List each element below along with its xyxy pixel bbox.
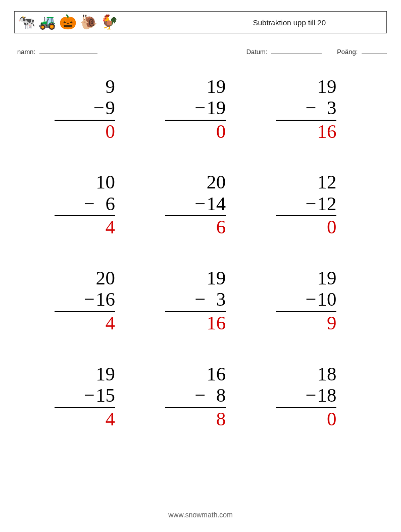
subtrahend-row: − 3 (165, 288, 226, 312)
subtrahend-row: − 6 (55, 193, 115, 217)
name-field: namn: (14, 46, 97, 56)
answer: 0 (276, 408, 336, 430)
problem: 19 − 3 16 (140, 267, 250, 334)
answer: 8 (165, 408, 226, 430)
cow-icon: 🐄 (18, 15, 35, 29)
minus-icon: − (194, 288, 207, 310)
subtrahend: 15 (96, 384, 115, 406)
subtrahend: 19 (207, 97, 226, 118)
minuend: 10 (55, 171, 115, 193)
answer: 0 (55, 121, 115, 142)
subtrahend-row: −9 (55, 97, 115, 121)
rooster-icon: 🐓 (101, 15, 118, 29)
date-blank[interactable] (271, 46, 322, 54)
minuend: 19 (165, 267, 226, 289)
score-label: Poäng: (337, 48, 358, 56)
subtrahend: 18 (317, 384, 336, 406)
minuend: 19 (55, 363, 115, 385)
problem: 9 −9 0 (29, 76, 140, 142)
minus-icon: − (306, 193, 318, 215)
problem: 20 −14 6 (140, 171, 250, 238)
minuend: 20 (165, 171, 226, 193)
minuend: 20 (55, 267, 115, 289)
subtrahend: 12 (317, 193, 336, 214)
subtrahend-row: −14 (165, 193, 226, 217)
minuend: 19 (276, 76, 336, 98)
subtrahend: 3 (317, 97, 336, 118)
minus-icon: − (306, 97, 318, 119)
subtrahend: 16 (96, 288, 115, 310)
answer: 9 (276, 312, 336, 334)
problem: 12 −12 0 (251, 171, 362, 238)
name-blank[interactable] (39, 46, 97, 54)
problem: 10 − 6 4 (29, 171, 140, 238)
minus-icon: − (84, 384, 96, 406)
name-label: namn: (17, 48, 35, 56)
minus-icon: − (306, 288, 318, 310)
subtrahend-row: −19 (165, 97, 226, 121)
minus-icon: − (306, 384, 318, 406)
minus-icon: − (84, 288, 96, 310)
subtrahend-row: − 8 (165, 384, 226, 408)
subtrahend-row: −12 (276, 193, 336, 217)
problem: 19 − 3 16 (251, 76, 362, 142)
problem: 19 −19 0 (140, 76, 250, 142)
snail-icon: 🐌 (80, 15, 97, 29)
minuend: 18 (276, 363, 336, 385)
subtrahend-row: −16 (55, 288, 115, 312)
score-blank[interactable] (362, 46, 387, 54)
subtrahend: 6 (96, 193, 115, 214)
problems-grid: 9 −9 0 19 −19 0 19 − 3 16 10 − 6 4 20 −1… (14, 76, 387, 430)
problem: 16 − 8 8 (140, 363, 250, 430)
date-field: Datum: (246, 46, 322, 56)
minus-icon: − (84, 193, 96, 215)
worksheet-page: 🐄 🚜 🎃 🐌 🐓 Subtraktion upp till 20 namn: … (0, 0, 401, 532)
answer: 0 (165, 121, 226, 142)
scarecrow-icon: 🎃 (59, 15, 77, 29)
minus-icon: − (194, 193, 207, 215)
answer: 6 (165, 216, 226, 238)
problem: 19 −15 4 (29, 363, 140, 430)
score-field: Poäng: (337, 46, 387, 56)
footer-url: www.snowmath.com (0, 511, 401, 519)
subtrahend: 14 (207, 193, 226, 214)
problem: 20 −16 4 (29, 267, 140, 334)
subtrahend: 10 (317, 288, 336, 310)
minus-icon: − (194, 384, 207, 406)
subtrahend-row: −10 (276, 288, 336, 312)
minuend: 19 (165, 76, 226, 98)
subtrahend-row: − 3 (276, 97, 336, 121)
worksheet-title: Subtraktion upp till 20 (253, 18, 381, 27)
answer: 16 (165, 312, 226, 334)
subtrahend: 8 (207, 384, 226, 406)
decorative-icons: 🐄 🚜 🎃 🐌 🐓 (18, 15, 118, 29)
subtrahend: 9 (106, 97, 115, 118)
minuend: 16 (165, 363, 226, 385)
minuend: 9 (55, 76, 115, 98)
subtrahend-row: −18 (276, 384, 336, 408)
tractor-icon: 🚜 (38, 15, 56, 29)
minus-icon: − (93, 97, 106, 119)
answer: 4 (55, 216, 115, 238)
meta-row: namn: Datum: Poäng: (14, 46, 387, 56)
minuend: 19 (276, 267, 336, 289)
problem: 19 −10 9 (251, 267, 362, 334)
problem: 18 −18 0 (251, 363, 362, 430)
header-box: 🐄 🚜 🎃 🐌 🐓 Subtraktion upp till 20 (14, 11, 387, 33)
subtrahend-row: −15 (55, 384, 115, 408)
date-label: Datum: (246, 48, 268, 56)
answer: 4 (55, 312, 115, 334)
minus-icon: − (194, 97, 207, 119)
answer: 16 (276, 121, 336, 142)
answer: 0 (276, 216, 336, 238)
minuend: 12 (276, 171, 336, 193)
answer: 4 (55, 408, 115, 430)
subtrahend: 3 (207, 288, 226, 310)
